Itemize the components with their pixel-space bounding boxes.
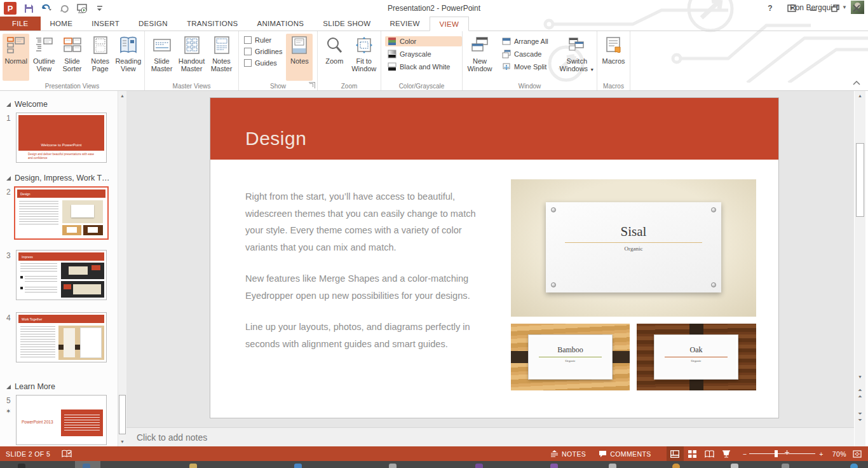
collapse-ribbon-icon[interactable] [853, 76, 860, 88]
slide-3-thumbnail[interactable]: Impress [16, 250, 107, 300]
notes-toggle[interactable]: NOTES [544, 446, 592, 461]
switch-windows-button[interactable]: Switch Windows ▼ [557, 34, 597, 81]
normal-view-button[interactable]: Normal [3, 34, 29, 81]
section-header-welcome[interactable]: Welcome [6, 100, 118, 109]
taskbar-icon[interactable] [672, 464, 680, 468]
tab-view[interactable]: VIEW [430, 17, 470, 31]
sisal-card: Sisal Organic [546, 202, 721, 292]
slide-body-text[interactable]: Right from the start, you’ll have access… [245, 188, 485, 367]
sisal-theme-image[interactable]: Sisal Organic [511, 179, 756, 317]
tab-home[interactable]: HOME [41, 17, 83, 31]
taskbar-icon[interactable] [782, 464, 789, 468]
taskbar-icon[interactable] [731, 464, 738, 468]
grayscale-button[interactable]: Grayscale [385, 49, 462, 59]
scroll-down-icon[interactable]: ▼ [118, 437, 126, 446]
status-bar: SLIDE 2 OF 5 NOTES COMMENTS [0, 446, 868, 461]
notes-page-button[interactable]: Notes Page [87, 34, 114, 81]
move-split-button[interactable]: Move Split [499, 62, 551, 72]
taskbar-icon[interactable] [550, 464, 558, 468]
color-button[interactable]: Color [385, 36, 462, 46]
handout-master-button[interactable]: Handout Master [177, 34, 206, 81]
scroll-down-icon[interactable]: ▼ [855, 372, 865, 382]
scroll-up-icon[interactable]: ▲ [118, 91, 126, 100]
slideshow-status-button[interactable] [718, 446, 735, 461]
notes-pane[interactable]: Click to add notes [126, 427, 854, 446]
scrollbar-thumb[interactable] [856, 143, 864, 217]
slide-sorter-button[interactable]: Slide Sorter [58, 34, 85, 81]
tab-slide-show[interactable]: SLIDE SHOW [313, 17, 380, 31]
slide-area-scrollbar[interactable]: ▲ ▼ ⏶⏶ ⏷⏷ [855, 91, 865, 446]
previous-slide-icon[interactable]: ⏶⏶ [855, 389, 865, 398]
slide-canvas[interactable]: Design Right from the start, you’ll have… [210, 97, 779, 418]
tab-animations[interactable]: ANIMATIONS [248, 17, 314, 31]
reading-view-status-button[interactable] [701, 446, 718, 461]
ribbon-display-options-icon[interactable] [783, 3, 801, 14]
animation-star-icon[interactable]: ✶ [6, 408, 11, 415]
next-slide-icon[interactable]: ⏷⏷ [855, 412, 865, 422]
scroll-up-icon[interactable]: ▲ [855, 91, 865, 100]
taskbar-icon[interactable] [850, 464, 858, 468]
tab-design[interactable]: DESIGN [129, 17, 177, 31]
slide-master-button[interactable]: Slide Master [147, 34, 176, 81]
taskbar-icon[interactable] [189, 464, 197, 468]
thumb-content [61, 263, 104, 279]
taskbar-icon[interactable] [389, 464, 397, 468]
slide-2-thumbnail[interactable]: Design [14, 186, 109, 240]
taskbar-icon[interactable] [18, 464, 25, 468]
slide-1-thumbnail[interactable]: Welcome to PowerPoint Design and deliver… [16, 113, 107, 163]
taskbar-icon[interactable] [609, 464, 616, 468]
group-macros: Macros Macros [597, 31, 630, 90]
help-icon[interactable]: ? [761, 3, 779, 14]
zoom-out-button[interactable]: − [735, 446, 750, 461]
taskbar-icon[interactable] [475, 464, 483, 468]
black-and-white-button[interactable]: Black and White [385, 62, 462, 72]
slide-5-thumbnail[interactable]: PowerPoint 2013 [16, 395, 107, 445]
zoom-in-button[interactable]: + [815, 446, 829, 461]
section-header-learn-more[interactable]: Learn More [6, 382, 118, 391]
restore-icon[interactable] [826, 3, 844, 14]
scrollbar-thumb[interactable] [119, 395, 126, 434]
notes-master-icon [212, 36, 231, 55]
tab-file[interactable]: FILE [0, 17, 41, 31]
notes-toggle-button[interactable]: Notes [286, 34, 313, 81]
taskbar-icon[interactable] [83, 464, 90, 468]
zoom-slider-thumb[interactable] [775, 450, 778, 457]
zoom-button[interactable]: Zoom [320, 34, 349, 81]
comments-toggle[interactable]: COMMENTS [592, 446, 657, 461]
normal-view-status-button[interactable] [667, 446, 684, 461]
oak-theme-image[interactable]: Oak Organic [637, 324, 756, 390]
arrange-all-button[interactable]: Arrange All [499, 36, 551, 46]
show-dialog-launcher-icon[interactable] [309, 82, 315, 88]
slide-sorter-status-button[interactable] [684, 446, 701, 461]
gridlines-checkbox[interactable]: Gridlines [244, 48, 282, 55]
taskbar-icon[interactable] [294, 464, 302, 468]
section-header-design-impress[interactable]: Design, Impress, Work T… [6, 174, 118, 182]
slide-4-thumbnail[interactable]: Work Together [16, 312, 107, 362]
close-icon[interactable] [848, 3, 865, 14]
group-label: Color/Grayscale [381, 83, 462, 90]
tab-insert[interactable]: INSERT [82, 17, 129, 31]
zoom-level[interactable]: 70% [829, 446, 850, 461]
notes-master-button[interactable]: Notes Master [207, 34, 236, 81]
zoom-slider[interactable] [749, 446, 815, 461]
bamboo-theme-image[interactable]: Bamboo Organic [511, 324, 630, 390]
cascade-button[interactable]: Cascade [499, 49, 551, 59]
macros-button[interactable]: Macros [600, 34, 627, 81]
tab-transitions[interactable]: TRANSITIONS [177, 17, 248, 31]
tab-review[interactable]: REVIEW [380, 17, 429, 31]
new-window-button[interactable]: New Window [465, 34, 494, 81]
windows-taskbar[interactable] [0, 461, 868, 468]
guides-checkbox[interactable]: Guides [244, 59, 282, 67]
spellcheck-icon[interactable] [62, 450, 72, 458]
reading-view-button[interactable]: Reading View [115, 34, 142, 81]
slide-title-block[interactable]: Design [210, 98, 778, 160]
fit-to-window-button[interactable]: Fit to Window [350, 34, 379, 81]
slide-number: 2 [6, 188, 11, 196]
minimize-icon[interactable] [804, 3, 822, 14]
thumbnail-panel-scrollbar[interactable]: ▲ ▼ [118, 91, 126, 446]
screw-icon [711, 207, 716, 212]
outline-view-button[interactable]: Outline View [31, 34, 57, 81]
thumb-content [20, 287, 23, 289]
ruler-checkbox[interactable]: Ruler [244, 36, 282, 44]
fit-slide-to-window-button[interactable] [850, 446, 864, 461]
